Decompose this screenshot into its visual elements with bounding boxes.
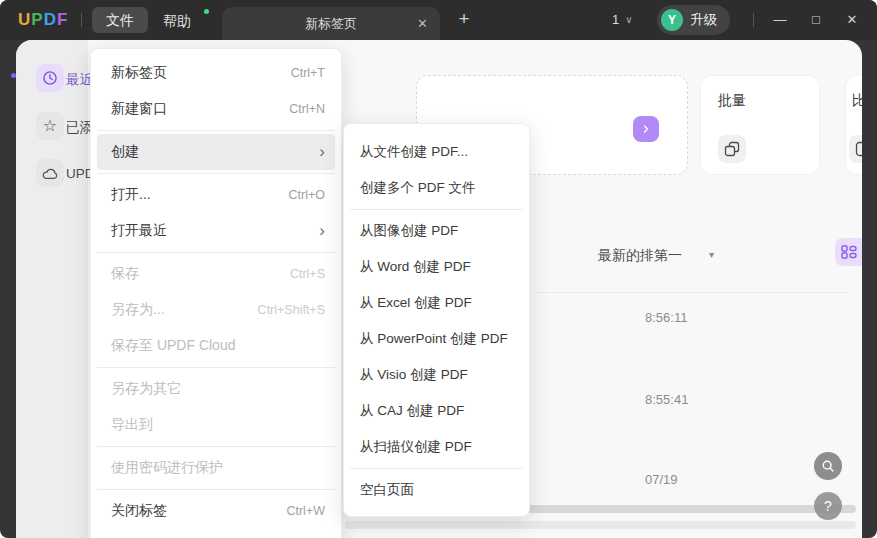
menu-item-label: 从 Word 创建 PDF <box>360 258 471 276</box>
menu-item-label: 从文件创建 PDF... <box>360 143 468 161</box>
list-divider <box>536 292 848 293</box>
logo-letter-3: F <box>57 10 68 29</box>
search-button[interactable] <box>814 452 842 480</box>
active-item-indicator <box>11 73 16 78</box>
menu-item-save-as: 另存为... Ctrl+Shift+S <box>91 292 341 328</box>
submenu-item-from-scanner[interactable]: 从扫描仪创建 PDF <box>344 429 529 465</box>
skeleton-bar <box>525 505 856 513</box>
tab-count-dropdown[interactable]: 1 ∨ <box>612 12 633 27</box>
titlebar-divider <box>753 13 754 27</box>
menu-item-label: 关闭标签 <box>111 502 167 520</box>
menu-item-label: 保存 <box>111 265 139 283</box>
help-button[interactable]: ? <box>814 492 842 520</box>
menu-item-label: 从 Excel 创建 PDF <box>360 294 472 312</box>
menu-item-shortcut: Ctrl+N <box>289 102 325 116</box>
submenu-item-from-visio[interactable]: 从 Visio 创建 PDF <box>344 357 529 393</box>
maximize-button[interactable]: □ <box>802 0 830 40</box>
menu-item-label: 从 PowerPoint 创建 PDF <box>360 330 508 348</box>
view-toggle-button[interactable] <box>835 238 862 266</box>
logo-letter-0: U <box>18 10 31 29</box>
menu-divider <box>350 209 523 210</box>
tab-close-icon[interactable]: ✕ <box>417 7 428 40</box>
menu-item-close-tab[interactable]: 关闭标签 Ctrl+W <box>91 493 341 529</box>
submenu-item-blank-page[interactable]: 空白页面 <box>344 472 529 508</box>
file-row-timestamp: 8:56:11 <box>645 310 687 325</box>
menu-item-label: 从图像创建 PDF <box>360 222 458 240</box>
menu-item-shortcut: Ctrl+T <box>291 66 325 80</box>
avatar[interactable]: Y <box>661 9 683 31</box>
close-button[interactable]: ✕ <box>838 0 866 40</box>
menu-divider <box>97 130 335 131</box>
menu-item-label: 创建 <box>111 143 139 161</box>
menu-item-new-window[interactable]: 新建窗口 Ctrl+N <box>91 91 341 127</box>
batch-card[interactable]: 批量 <box>700 75 820 175</box>
clock-icon[interactable] <box>36 64 64 92</box>
menu-item-shortcut: Ctrl+W <box>286 504 325 518</box>
submenu-item-from-word[interactable]: 从 Word 创建 PDF <box>344 249 529 285</box>
skeleton-bar <box>345 521 856 529</box>
content-area: 最近 ☆ 已添加 UPDF Cloud 批量 比 最新的排第一 ▾ <box>16 40 862 538</box>
submenu-item-from-image[interactable]: 从图像创建 PDF <box>344 213 529 249</box>
menu-item-shortcut: Ctrl+O <box>289 188 325 202</box>
menu-item-label: 从扫描仪创建 PDF <box>360 438 472 456</box>
logo-letter-2: D <box>44 10 57 29</box>
star-icon[interactable]: ☆ <box>36 112 64 140</box>
help-menu-button[interactable]: 帮助 <box>163 13 191 31</box>
batch-copy-icon <box>718 135 746 163</box>
logo-letter-1: P <box>31 10 43 29</box>
compare-icon <box>849 135 862 163</box>
create-submenu: 从文件创建 PDF... 创建多个 PDF 文件 从图像创建 PDF 从 Wor… <box>343 123 530 517</box>
menu-item-label: 导出到 <box>111 416 153 434</box>
file-row-timestamp: 8:55:41 <box>645 392 688 407</box>
menu-divider <box>350 468 523 469</box>
menu-item-open[interactable]: 打开... Ctrl+O <box>91 177 341 213</box>
compare-card[interactable]: 比 <box>845 75 862 175</box>
menu-item-export-to: 导出到 <box>91 407 341 443</box>
menu-divider <box>97 489 335 490</box>
file-row-timestamp: 07/19 <box>645 472 678 487</box>
chevron-right-icon <box>640 123 652 135</box>
tab-new-tab[interactable]: 新标签页 ✕ <box>222 7 440 40</box>
menu-divider <box>97 446 335 447</box>
account-upgrade-button[interactable]: Y 升级 <box>657 5 730 35</box>
notification-dot <box>204 9 209 14</box>
menu-item-label: 打开... <box>111 186 151 204</box>
menu-item-shortcut: Ctrl+Shift+S <box>258 303 325 317</box>
menu-item-protect-with-password: 使用密码进行保护 <box>91 450 341 486</box>
menu-item-save: 保存 Ctrl+S <box>91 256 341 292</box>
submenu-item-create-multiple-pdf[interactable]: 创建多个 PDF 文件 <box>344 170 529 206</box>
sort-dropdown[interactable]: 最新的排第一 <box>598 247 682 265</box>
chevron-right-icon: › <box>319 144 325 160</box>
titlebar-divider <box>81 13 82 27</box>
menu-item-create[interactable]: 创建 › <box>97 134 335 170</box>
dropdown-arrow-icon[interactable]: ▾ <box>709 249 714 260</box>
menu-item-save-to-updf-cloud: 保存至 UPDF Cloud <box>91 328 341 364</box>
submenu-item-from-powerpoint[interactable]: 从 PowerPoint 创建 PDF <box>344 321 529 357</box>
titlebar: UPDF 文件 帮助 新标签页 ✕ + 1 ∨ Y 升级 — □ ✕ <box>0 0 877 40</box>
tab-title: 新标签页 <box>222 7 406 40</box>
file-menu-button[interactable]: 文件 <box>92 7 148 33</box>
submenu-item-from-caj[interactable]: 从 CAJ 创建 PDF <box>344 393 529 429</box>
app-window: 最近 ☆ 已添加 UPDF Cloud 批量 比 最新的排第一 ▾ <box>0 0 877 538</box>
batch-card-label: 批量 <box>718 92 746 110</box>
sidebar-item-recent[interactable]: 最近 <box>66 71 93 89</box>
tab-count-value: 1 <box>612 12 619 27</box>
menu-item-label: 打开最近 <box>111 222 167 240</box>
minimize-button[interactable]: — <box>766 0 794 40</box>
compare-card-label: 比 <box>852 92 862 110</box>
menu-item-label: 保存至 UPDF Cloud <box>111 337 235 355</box>
chevron-down-icon: ∨ <box>625 14 632 25</box>
submenu-item-create-from-file[interactable]: 从文件创建 PDF... <box>344 134 529 170</box>
new-tab-button[interactable]: + <box>450 5 478 33</box>
carousel-next-button[interactable] <box>633 116 659 142</box>
menu-item-open-recent[interactable]: 打开最近 › <box>91 213 341 249</box>
menu-item-label: 从 Visio 创建 PDF <box>360 366 468 384</box>
grid-view-icon <box>841 245 857 259</box>
menu-item-shortcut: Ctrl+S <box>290 267 325 281</box>
submenu-item-from-excel[interactable]: 从 Excel 创建 PDF <box>344 285 529 321</box>
menu-item-label: 从 CAJ 创建 PDF <box>360 402 464 420</box>
menu-divider <box>97 173 335 174</box>
menu-item-new-tab[interactable]: 新标签页 Ctrl+T <box>91 55 341 91</box>
search-icon <box>821 459 835 473</box>
cloud-icon[interactable] <box>36 159 64 187</box>
